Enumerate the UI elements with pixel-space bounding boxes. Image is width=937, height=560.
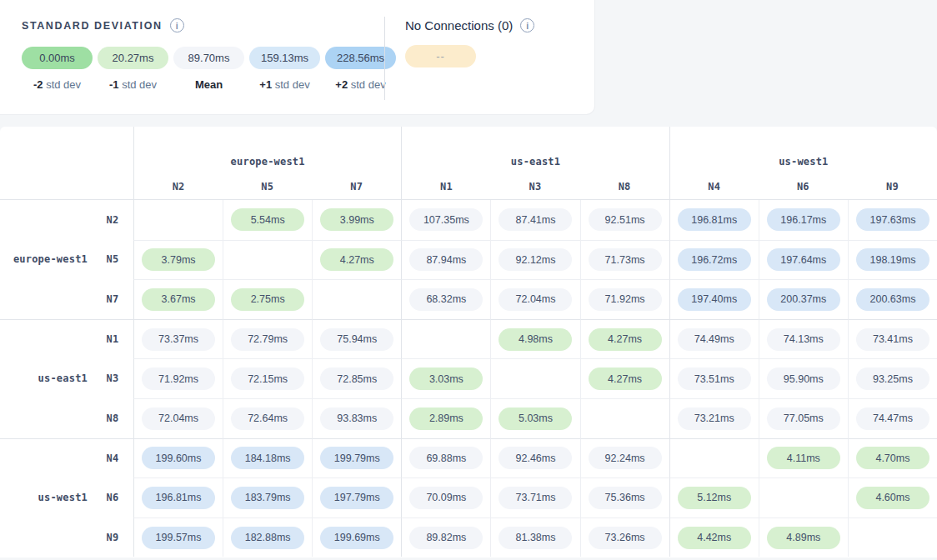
latency-value-pill[interactable]: 4.27ms [320,248,393,271]
latency-cell[interactable]: 199.57ms [133,518,223,558]
latency-cell[interactable]: 5.03ms [490,398,579,438]
latency-value-pill[interactable]: 95.90ms [767,368,840,390]
latency-cell[interactable]: 199.69ms [312,518,401,558]
latency-value-pill[interactable]: 72.04ms [142,408,215,430]
latency-cell[interactable]: 87.41ms [490,200,579,240]
latency-cell[interactable]: 73.51ms [669,358,759,398]
latency-value-pill[interactable]: 72.79ms [231,328,304,351]
latency-cell[interactable]: 92.51ms [580,200,669,240]
latency-value-pill[interactable]: 75.94ms [320,328,393,351]
latency-cell[interactable]: 92.46ms [490,438,579,478]
latency-value-pill[interactable]: 3.67ms [142,288,215,311]
latency-value-pill[interactable]: 75.36ms [589,487,662,509]
latency-cell[interactable]: 4.89ms [759,518,848,558]
latency-cell[interactable] [401,319,490,359]
latency-cell[interactable]: 71.92ms [580,279,669,319]
column-node-label[interactable]: N6 [759,173,848,200]
latency-cell[interactable] [312,279,401,319]
latency-value-pill[interactable]: 74.49ms [678,328,751,351]
column-node-label[interactable]: N1 [401,173,490,200]
latency-value-pill[interactable]: 92.51ms [589,208,662,231]
latency-cell[interactable]: 4.98ms [490,319,579,359]
latency-value-pill[interactable]: 87.41ms [499,208,572,231]
latency-cell[interactable]: 74.49ms [669,319,759,359]
latency-cell[interactable]: 197.40ms [669,279,759,319]
latency-value-pill[interactable]: 196.72ms [678,248,751,271]
latency-cell[interactable]: 5.12ms [669,478,759,518]
latency-value-pill[interactable]: 74.13ms [767,328,840,351]
latency-cell[interactable]: 199.79ms [312,438,401,478]
latency-cell[interactable]: 4.11ms [759,438,848,478]
latency-value-pill[interactable]: 197.40ms [678,288,751,311]
latency-value-pill[interactable]: 73.51ms [678,368,751,390]
latency-cell[interactable]: 4.70ms [848,438,937,478]
latency-value-pill[interactable]: 183.79ms [231,487,304,509]
latency-value-pill[interactable]: 73.41ms [856,328,929,351]
latency-value-pill[interactable]: 74.47ms [856,408,929,430]
latency-cell[interactable]: 92.24ms [580,438,669,478]
latency-cell[interactable]: 4.60ms [848,478,937,518]
latency-value-pill[interactable]: 200.63ms [856,288,929,311]
latency-value-pill[interactable]: 199.57ms [142,527,215,549]
latency-cell[interactable]: 72.04ms [490,279,579,319]
latency-cell[interactable]: 2.89ms [401,398,490,438]
latency-cell[interactable]: 197.64ms [759,240,848,280]
info-icon[interactable]: i [520,18,534,32]
latency-value-pill[interactable]: 198.19ms [856,248,929,271]
latency-value-pill[interactable]: 4.98ms [499,328,572,351]
latency-value-pill[interactable]: 72.15ms [231,368,304,390]
latency-value-pill[interactable]: 196.17ms [767,208,840,231]
latency-value-pill[interactable]: 93.25ms [856,368,929,390]
latency-value-pill[interactable]: 92.12ms [499,248,572,271]
latency-cell[interactable]: 74.47ms [848,398,937,438]
latency-cell[interactable] [669,438,759,478]
latency-value-pill[interactable]: 93.83ms [320,408,393,430]
latency-cell[interactable]: 196.81ms [133,478,223,518]
latency-cell[interactable]: 72.79ms [223,319,312,359]
latency-cell[interactable]: 75.94ms [312,319,401,359]
latency-cell[interactable]: 198.19ms [848,240,937,280]
latency-value-pill[interactable]: 4.42ms [678,527,751,549]
latency-value-pill[interactable]: 70.09ms [409,487,483,509]
latency-value-pill[interactable]: 182.88ms [231,527,304,549]
latency-cell[interactable]: 87.94ms [401,240,490,280]
latency-value-pill[interactable]: 184.18ms [231,447,304,469]
latency-cell[interactable]: 5.54ms [223,200,312,240]
latency-value-pill[interactable]: 3.79ms [142,248,215,271]
latency-cell[interactable]: 199.60ms [133,438,223,478]
latency-value-pill[interactable]: 199.60ms [142,447,215,469]
column-node-label[interactable]: N9 [848,173,937,200]
latency-value-pill[interactable]: 71.92ms [142,368,215,390]
latency-value-pill[interactable]: 73.26ms [589,527,662,549]
latency-cell[interactable]: 92.12ms [490,240,579,280]
latency-cell[interactable] [133,200,223,240]
column-node-label[interactable]: N5 [223,173,312,200]
latency-value-pill[interactable]: 196.81ms [678,208,751,231]
latency-cell[interactable]: 73.71ms [490,478,579,518]
latency-cell[interactable]: 73.26ms [580,518,669,558]
latency-value-pill[interactable]: 199.69ms [320,527,393,549]
latency-value-pill[interactable]: 4.27ms [589,368,662,390]
latency-cell[interactable]: 4.27ms [580,358,669,398]
latency-cell[interactable]: 184.18ms [223,438,312,478]
latency-cell[interactable]: 200.63ms [848,279,937,319]
latency-value-pill[interactable]: 196.81ms [142,487,215,509]
latency-cell[interactable] [848,518,937,558]
latency-value-pill[interactable]: 3.99ms [320,208,393,231]
latency-value-pill[interactable]: 87.94ms [409,248,483,271]
info-icon[interactable]: i [170,18,184,32]
latency-cell[interactable]: 73.21ms [669,398,759,438]
latency-value-pill[interactable]: 69.88ms [409,447,483,469]
latency-cell[interactable]: 71.73ms [580,240,669,280]
latency-value-pill[interactable]: 71.73ms [589,248,662,271]
latency-cell[interactable]: 182.88ms [223,518,312,558]
latency-cell[interactable]: 183.79ms [223,478,312,518]
latency-value-pill[interactable]: 73.21ms [678,408,751,430]
latency-cell[interactable]: 70.09ms [401,478,490,518]
latency-value-pill[interactable]: 2.75ms [231,288,304,311]
latency-cell[interactable]: 107.35ms [401,200,490,240]
latency-value-pill[interactable]: 72.04ms [499,288,572,311]
latency-cell[interactable]: 69.88ms [401,438,490,478]
latency-cell[interactable] [490,358,579,398]
latency-cell[interactable]: 81.38ms [490,518,579,558]
